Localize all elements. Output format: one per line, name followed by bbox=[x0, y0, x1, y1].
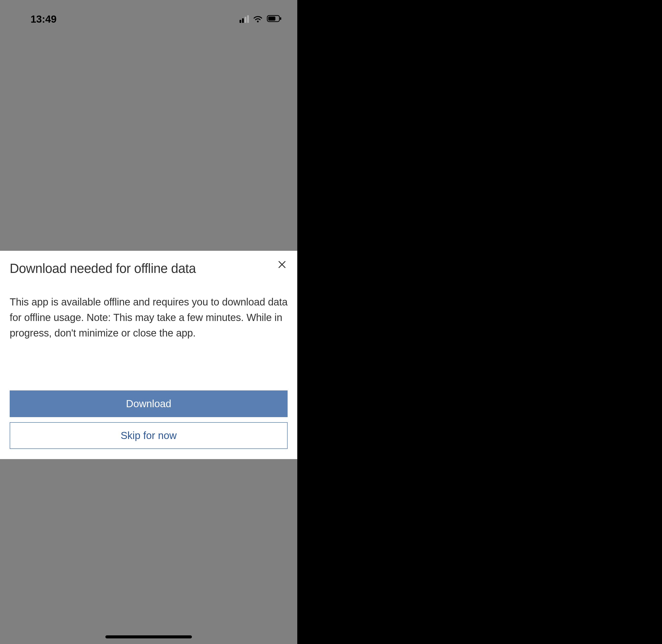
svg-rect-1 bbox=[268, 17, 275, 21]
status-icons bbox=[240, 13, 282, 25]
close-icon bbox=[278, 266, 287, 270]
home-indicator[interactable] bbox=[105, 635, 192, 638]
status-time: 13:49 bbox=[30, 14, 57, 25]
wifi-icon bbox=[252, 13, 263, 25]
status-bar: 13:49 bbox=[0, 0, 297, 30]
skip-button[interactable]: Skip for now bbox=[10, 422, 288, 449]
dialog-header: Download needed for offline data bbox=[10, 261, 288, 276]
dialog-actions: Download Skip for now bbox=[10, 390, 288, 449]
download-dialog: Download needed for offline data This ap… bbox=[0, 251, 297, 459]
battery-icon bbox=[267, 15, 282, 24]
phone-screen: 13:49 bbox=[0, 0, 297, 644]
dialog-title: Download needed for offline data bbox=[10, 261, 196, 276]
dialog-body: This app is available offline and requir… bbox=[10, 294, 288, 341]
close-button[interactable] bbox=[278, 260, 287, 270]
svg-rect-2 bbox=[280, 17, 281, 20]
download-button[interactable]: Download bbox=[10, 390, 288, 417]
cellular-icon bbox=[240, 15, 249, 23]
